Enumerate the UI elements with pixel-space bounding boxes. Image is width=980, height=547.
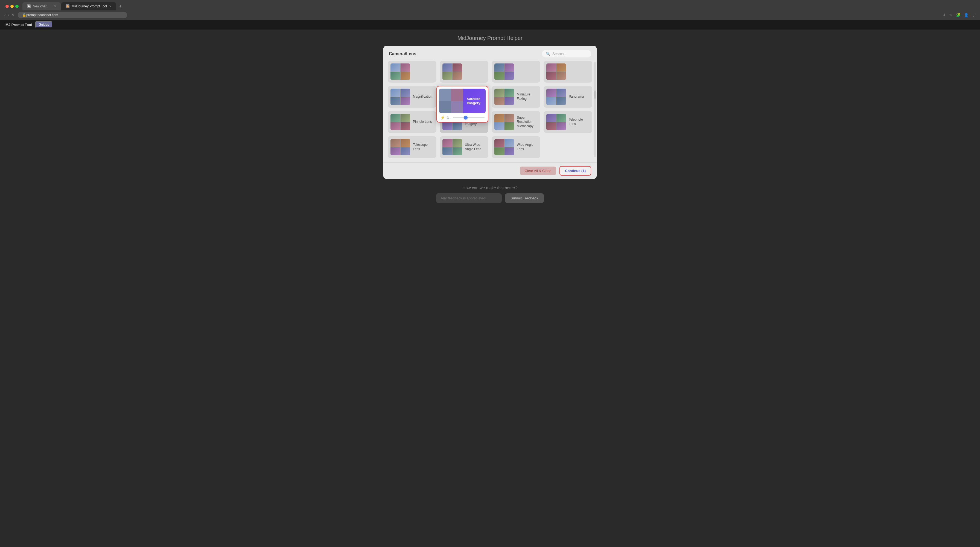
browser-chrome: 💬 New chat ✕ 🎨 MidJourney Prompt Tool ✕ … xyxy=(0,0,980,20)
tab-label: MidJourney Prompt Tool xyxy=(72,5,107,8)
download-icon[interactable]: ⬇ xyxy=(943,13,946,17)
popup-item-label: Satellite Imagery xyxy=(464,97,483,105)
item-thumbnail xyxy=(495,139,514,155)
address-input[interactable]: 🔒 prompt.noonshot.com xyxy=(18,12,127,18)
bookmark-icon[interactable]: ☆ xyxy=(949,13,953,17)
search-icon: 🔍 xyxy=(546,52,550,56)
lock-icon: 🔒 xyxy=(22,13,26,17)
list-item-panorama[interactable]: Panorama xyxy=(544,86,592,108)
mini-thumb xyxy=(451,101,463,113)
bolt-icon: ⚡ xyxy=(440,115,445,120)
item-thumbnail xyxy=(495,89,514,105)
popup-controls: ⚡ 1 xyxy=(439,115,485,120)
item-label: Ultra Wide Angle Lens xyxy=(465,143,485,151)
selected-item-popup: Satellite Imagery ⚡ 1 xyxy=(436,86,488,122)
search-input[interactable] xyxy=(552,52,588,56)
app-logo: MJ Prompt Tool xyxy=(5,23,32,27)
forward-icon[interactable]: › xyxy=(8,13,9,17)
grid-container: Magnification Microscopy xyxy=(383,61,597,162)
item-label: Wide Angle Lens xyxy=(517,143,538,151)
reload-icon[interactable]: ↻ xyxy=(11,13,14,17)
camera-lens-modal: Camera/Lens 🔍 xyxy=(383,46,597,179)
list-item[interactable] xyxy=(544,61,592,83)
guides-button[interactable]: Guides xyxy=(35,21,52,28)
mini-thumb xyxy=(439,89,451,101)
tab-favicon: 💬 xyxy=(27,5,30,8)
tab-label: New chat xyxy=(33,5,46,8)
list-item[interactable] xyxy=(492,61,540,83)
item-thumbnail xyxy=(390,114,410,130)
search-box: 🔍 xyxy=(542,50,591,57)
item-thumbnail xyxy=(442,64,462,80)
address-bar: ‹ › ↻ 🔒 prompt.noonshot.com ⬇ ☆ 🧩 👤 ⋮ xyxy=(0,10,980,20)
new-tab-button[interactable]: + xyxy=(116,2,124,10)
tab-close-icon[interactable]: ✕ xyxy=(109,5,111,8)
list-item-wide-angle-lens[interactable]: Wide Angle Lens xyxy=(492,136,540,158)
tab-close-icon[interactable]: ✕ xyxy=(54,5,56,8)
list-item-telescope-lens[interactable]: Telescope Lens xyxy=(388,136,436,158)
back-icon[interactable]: ‹ xyxy=(5,13,6,17)
browser-toolbar: ⬇ ☆ 🧩 👤 ⋮ xyxy=(943,13,975,17)
page-title: MidJourney Prompt Helper xyxy=(457,35,523,41)
items-grid: Magnification Microscopy xyxy=(388,61,592,162)
modal-footer: Clear All & Close Continue (1) xyxy=(383,162,597,179)
slider-thumb[interactable] xyxy=(464,116,468,119)
item-thumbnail xyxy=(546,114,566,130)
submit-feedback-button[interactable]: Submit Feedback xyxy=(505,193,544,203)
list-item-super-resolution[interactable]: Super Resolution Microscopy xyxy=(492,111,540,133)
extension-icon[interactable]: 🧩 xyxy=(956,13,961,17)
scrollbar-thumb[interactable] xyxy=(595,91,595,99)
scrollbar[interactable] xyxy=(595,62,595,157)
mini-thumb xyxy=(451,89,463,101)
item-thumbnail xyxy=(390,139,410,155)
item-label: Magnification xyxy=(413,95,432,99)
app-header: MJ Prompt Tool Guides xyxy=(0,20,980,30)
item-label: Miniature Faking xyxy=(517,92,538,101)
feedback-row: Submit Feedback xyxy=(436,193,544,203)
item-thumbnail xyxy=(546,64,566,80)
modal-title: Camera/Lens xyxy=(389,51,417,56)
list-item[interactable] xyxy=(388,61,436,83)
nav-buttons: ‹ › ↻ xyxy=(5,13,14,17)
tab-new-chat[interactable]: 💬 New chat ✕ xyxy=(22,2,61,10)
list-item[interactable] xyxy=(440,61,488,83)
weight-value: 1 xyxy=(447,116,451,120)
item-thumbnail xyxy=(390,64,410,80)
item-thumbnail xyxy=(390,89,410,105)
profile-icon[interactable]: 👤 xyxy=(964,13,969,17)
menu-icon[interactable]: ⋮ xyxy=(972,13,975,17)
maximize-button[interactable] xyxy=(15,5,19,8)
slider-track xyxy=(453,117,485,118)
item-thumbnail xyxy=(442,139,462,155)
mini-thumb xyxy=(439,101,451,113)
clear-all-close-button[interactable]: Clear All & Close xyxy=(520,167,557,175)
feedback-title: How can we make this better? xyxy=(436,185,544,190)
popup-image-mini xyxy=(439,89,463,113)
continue-button[interactable]: Continue (1) xyxy=(560,166,591,176)
minimize-button[interactable] xyxy=(10,5,14,8)
item-thumbnail xyxy=(495,64,514,80)
address-text: prompt.noonshot.com xyxy=(26,13,58,17)
item-thumbnail xyxy=(495,114,514,130)
item-label: Telephoto Lens xyxy=(569,118,590,126)
item-label: Pinhole Lens xyxy=(413,120,432,124)
popup-image: Satellite Imagery xyxy=(439,89,485,113)
list-item-pinhole-lens[interactable]: Pinhole Lens xyxy=(388,111,436,133)
item-thumbnail xyxy=(546,89,566,105)
list-item-miniature-faking[interactable]: Miniature Faking xyxy=(492,86,540,108)
item-label: Telescope Lens xyxy=(413,143,434,151)
modal-header: Camera/Lens 🔍 xyxy=(383,46,597,61)
list-item-ultra-wide-angle[interactable]: Ultra Wide Angle Lens xyxy=(440,136,488,158)
close-button[interactable] xyxy=(5,5,9,8)
tab-bar: 💬 New chat ✕ 🎨 MidJourney Prompt Tool ✕ … xyxy=(0,0,980,10)
page-content: MidJourney Prompt Helper Camera/Lens 🔍 xyxy=(0,30,980,547)
list-item-magnification[interactable]: Magnification xyxy=(388,86,436,108)
tab-midjourney[interactable]: 🎨 MidJourney Prompt Tool ✕ xyxy=(61,2,116,10)
item-label: Super Resolution Microscopy xyxy=(517,116,538,129)
traffic-lights xyxy=(2,5,22,8)
weight-slider[interactable] xyxy=(453,117,485,118)
item-label: Panorama xyxy=(569,95,584,99)
list-item-telephoto-lens[interactable]: Telephoto Lens xyxy=(544,111,592,133)
tab-favicon: 🎨 xyxy=(65,5,70,8)
feedback-input[interactable] xyxy=(436,193,502,203)
